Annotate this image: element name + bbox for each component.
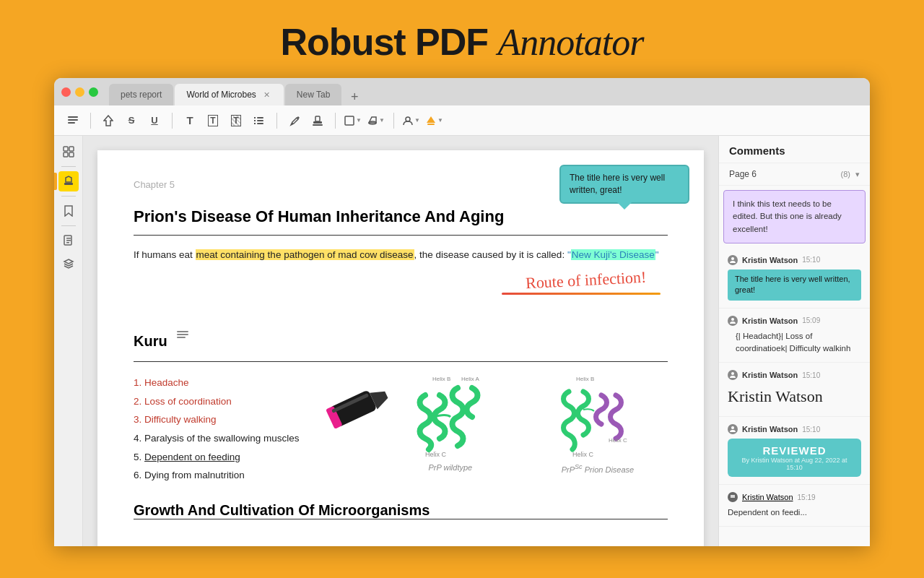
- stamp-button[interactable]: [308, 111, 328, 131]
- pdf-text-1b: , the disease caused by it is called:: [414, 249, 567, 260]
- text-box2-button[interactable]: T: [226, 111, 246, 131]
- kuru-section: Kuru: [134, 319, 668, 355]
- sidebar-active-indicator: [54, 173, 57, 190]
- svg-point-38: [731, 257, 734, 260]
- tab-new-tab-label: New Tab: [297, 90, 330, 100]
- svg-text:Helix C: Helix C: [572, 451, 594, 458]
- tab-world-of-microbes[interactable]: World of Microbes ✕: [175, 84, 283, 105]
- comment-2-time: 15:10: [802, 256, 820, 264]
- comment-2-user: Kristin Watson: [742, 256, 798, 264]
- page-indicator[interactable]: Page 6 (8) ▾: [719, 163, 870, 186]
- svg-rect-21: [64, 183, 73, 185]
- list-item-5: 5. Dependent on feeding: [134, 448, 373, 467]
- svg-rect-28: [177, 337, 186, 338]
- sidebar-highlight-button[interactable]: [58, 171, 79, 191]
- close-button[interactable]: [61, 87, 71, 97]
- text-button[interactable]: T: [180, 111, 200, 131]
- comment-card-active[interactable]: I think this text needs to be edited. Bu…: [723, 190, 866, 243]
- pdf-divider-2: [134, 361, 668, 362]
- pdf-divider-3: [134, 519, 668, 519]
- pdf-paragraph-1: If humans eat meat containing the pathog…: [134, 247, 668, 264]
- text-icon: T: [186, 114, 193, 126]
- comment-2-user-row: Kristin Watson 15:10: [728, 255, 861, 265]
- comments-panel: Comments Page 6 (8) ▾ I think this text …: [718, 136, 870, 546]
- pdf-comment-bubble: The title here is very well written, gre…: [559, 165, 689, 204]
- app-wrapper: Robust PDF Annotator pets report World o…: [0, 0, 924, 546]
- tab-pets-report[interactable]: pets report: [109, 84, 173, 105]
- comment-4-user: Kristin Watson: [742, 371, 798, 379]
- protein-wildtype: Helix B Helix A: [380, 374, 520, 485]
- comment-5-time: 15:10: [802, 426, 820, 434]
- comment-4-avatar: [728, 370, 738, 380]
- prion-label: PrPSc Prion Disease: [528, 463, 668, 474]
- tab-world-of-microbes-label: World of Microbes: [186, 90, 256, 100]
- svg-rect-25: [66, 242, 69, 243]
- page-label: Page 6: [729, 169, 757, 179]
- svg-point-15: [406, 117, 410, 121]
- tab-close-icon[interactable]: ✕: [262, 90, 272, 100]
- tab-pets-report-label: pets report: [121, 90, 162, 100]
- svg-point-40: [731, 372, 734, 375]
- tab-new-tab[interactable]: New Tab: [285, 84, 341, 105]
- wildtype-label: PrP wildtype: [380, 463, 520, 472]
- sidebar-pages-button[interactable]: [58, 230, 79, 251]
- comment-2-bubble: The title here is very well written, gre…: [728, 269, 861, 301]
- svg-rect-24: [66, 240, 71, 241]
- svg-rect-18: [69, 147, 74, 151]
- minimize-button[interactable]: [75, 87, 84, 97]
- shape-button[interactable]: ▼: [343, 111, 363, 131]
- sidebar-thumbnails-button[interactable]: [58, 142, 79, 162]
- maximize-button[interactable]: [89, 87, 98, 97]
- pdf-divider-1: [134, 235, 668, 236]
- toolbar-sep-3: [276, 113, 277, 129]
- sidebar-bookmarks-button[interactable]: [58, 201, 79, 221]
- svg-rect-8: [257, 123, 263, 124]
- comment-card-6: Kristin Watson 15:19 Dependent on feedi.…: [719, 485, 870, 527]
- tabs-container: pets report World of Microbes ✕ New Tab …: [109, 78, 863, 105]
- pdf-area[interactable]: Chapter 5 The title here is very well wr…: [83, 136, 718, 546]
- route-annotation: Route of infection!: [525, 268, 647, 293]
- notes-button[interactable]: [63, 111, 83, 131]
- shape-dropdown-arrow: ▼: [356, 117, 362, 124]
- comment-3-avatar: [728, 316, 738, 326]
- underline-button[interactable]: U: [144, 111, 165, 131]
- underline-icon: U: [151, 115, 157, 126]
- highlight-button[interactable]: [98, 111, 118, 131]
- sidebar-sep-2: [61, 196, 76, 197]
- svg-rect-11: [315, 116, 320, 121]
- svg-rect-7: [254, 123, 256, 124]
- reviewed-text: REVIEWED: [738, 444, 851, 457]
- app-title-bold: Robust PDF: [281, 21, 489, 63]
- svg-rect-23: [66, 238, 71, 239]
- text-box-button[interactable]: T: [203, 111, 223, 131]
- toolbar-sep-1: [90, 113, 91, 129]
- svg-rect-2: [68, 122, 75, 124]
- user-button[interactable]: ▼: [401, 111, 422, 131]
- color-button[interactable]: ▼: [424, 111, 445, 131]
- strikethrough-icon: S: [128, 115, 135, 126]
- svg-text:Helix A: Helix A: [461, 376, 480, 382]
- text-box2-icon: T: [231, 115, 240, 126]
- svg-rect-19: [64, 152, 68, 157]
- svg-text:Helix B: Helix B: [576, 376, 594, 382]
- toolbar-sep-5: [393, 113, 394, 129]
- list-button[interactable]: [249, 111, 269, 131]
- strikethrough-button[interactable]: S: [121, 111, 141, 131]
- comment-3-time: 15:09: [802, 316, 820, 324]
- svg-rect-4: [257, 117, 263, 118]
- new-tab-button[interactable]: +: [346, 88, 363, 105]
- sidebar-layers-button[interactable]: [58, 254, 79, 274]
- sidebar-highlight-wrapper: [58, 171, 79, 191]
- draw-button[interactable]: [284, 111, 305, 131]
- app-title-italic: Annotator: [498, 22, 644, 63]
- reviewed-badge: REVIEWED By Kristin Watson at Aug 22, 20…: [728, 439, 861, 477]
- list-images-container: 1. Headache 2. Loss of coordination 3. D…: [134, 374, 668, 485]
- erase-button[interactable]: ▼: [366, 111, 386, 131]
- svg-rect-3: [254, 117, 256, 118]
- svg-text:Helix C: Helix C: [609, 437, 627, 444]
- comment-6-avatar: [728, 492, 738, 502]
- growth-title: Growth And Cultivation Of Microorganisms: [134, 502, 668, 519]
- comment-6-user: Kristin Watson: [742, 493, 793, 501]
- highlighter-illustration: [321, 388, 401, 449]
- comment-2-avatar: [728, 255, 738, 265]
